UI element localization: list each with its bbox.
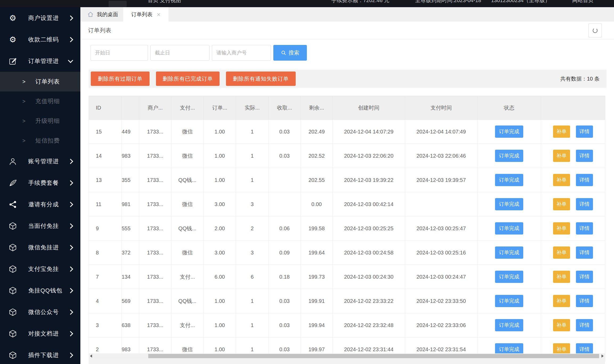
scrollbar-thumb[interactable] [148, 354, 599, 358]
cell-id: 8 [89, 241, 122, 265]
merchant-id-input[interactable] [212, 45, 271, 61]
sidebar-item-11[interactable]: 对接文档进 [0, 323, 80, 344]
topbar-nav[interactable]: 首页 支付视图 [148, 0, 181, 4]
cell-fee: 0.03 [269, 144, 301, 168]
order-detail-button[interactable]: 详情 [576, 295, 593, 307]
status-badge[interactable]: 订单完成 [495, 150, 523, 162]
order-detail-button[interactable]: 详情 [576, 150, 593, 162]
sidebar-item-3[interactable]: 账号管理进 [0, 150, 80, 172]
status-badge[interactable]: 订单完成 [495, 222, 523, 235]
cell-merchant: 1733... [139, 192, 171, 216]
cell-pay_type: 微信 [171, 144, 204, 168]
sidebar-item-10[interactable]: 微信公众号 [0, 301, 80, 323]
topbar-site-home-link[interactable]: 网站首页 [572, 0, 594, 4]
sidebar-item-label: 免挂QQ钱包 [28, 287, 69, 295]
cell-actions: 补单详情 [541, 192, 605, 216]
cell-order_amt: 6.00 [204, 265, 236, 289]
status-badge[interactable]: 订单完成 [495, 125, 523, 138]
status-badge[interactable]: 订单完成 [495, 271, 523, 283]
delete-completed-orders-button[interactable]: 删除所有已完成订单 [156, 72, 220, 86]
status-badge[interactable]: 订单完成 [495, 174, 523, 186]
cell-remain: 199.64 [301, 241, 333, 265]
tab-order-list[interactable]: 订单列表 × [123, 7, 168, 22]
cell-order_amt: 1.00 [204, 168, 236, 192]
reissue-order-button[interactable]: 补单 [553, 246, 570, 259]
cell-actions: 补单详情 [541, 216, 605, 241]
sidebar-item-label: 收款二维码 [28, 36, 69, 44]
order-detail-button[interactable]: 详情 [576, 246, 593, 259]
table-header-row: ID商户...支付...订单...实际...收取...剩余...创建时间支付时间… [89, 96, 605, 120]
column-header-5: 实际... [236, 96, 269, 120]
cell-fee: 0.18 [269, 265, 301, 289]
sidebar-item-4[interactable]: 手续费套餐 [0, 172, 80, 194]
order-detail-button[interactable]: 详情 [576, 319, 593, 331]
reissue-order-button[interactable]: 补单 [553, 198, 570, 210]
reissue-order-button[interactable]: 补单 [553, 174, 570, 186]
chevron-right-icon [68, 353, 73, 358]
cell-status: 订单完成 [477, 144, 541, 168]
search-button[interactable]: 搜索 [273, 45, 307, 61]
sidebar-subitem-2[interactable]: >升级明细 [0, 111, 80, 131]
topbar-account[interactable]: 13012300234（至尊版） [491, 0, 550, 4]
sidebar-item-0[interactable]: ⚙商户设置进 [0, 7, 80, 29]
scroll-left-arrow-icon[interactable] [90, 354, 92, 358]
order-detail-button[interactable]: 详情 [576, 125, 593, 138]
reissue-order-button[interactable]: 补单 [553, 125, 570, 138]
page-title: 订单列表 [88, 27, 112, 34]
tab-my-desktop[interactable]: 我的桌面 [85, 7, 121, 22]
order-detail-button[interactable]: 详情 [576, 174, 593, 186]
status-badge[interactable]: 订单完成 [495, 319, 523, 331]
reissue-order-button[interactable]: 补单 [553, 222, 570, 235]
cell-created: 2024-12-02 23:32:48 [333, 313, 405, 337]
horizontal-scrollbar[interactable] [89, 353, 605, 359]
cube-icon [8, 221, 18, 231]
sidebar-item-6[interactable]: 当面付免挂 [0, 215, 80, 237]
sidebar-subitem-0[interactable]: >订单列表 [0, 72, 80, 91]
order-detail-button[interactable]: 详情 [576, 222, 593, 235]
reissue-order-button[interactable]: 补单 [553, 295, 570, 307]
chevron-down-icon [68, 58, 73, 63]
sidebar-item-12[interactable]: 插件下载进 [0, 344, 80, 364]
sidebar-item-1[interactable]: ⚙收款二维码 [0, 29, 80, 50]
table-row: 45691733...QQ钱...1.0010.03199.912024-12-… [89, 289, 605, 313]
reissue-order-button[interactable]: 补单 [553, 150, 570, 162]
sidebar-item-8[interactable]: 支付宝免挂 [0, 258, 80, 280]
column-header-10: 状态 [477, 96, 541, 120]
cell-actions: 补单详情 [541, 144, 605, 168]
delete-notify-failed-orders-button[interactable]: 删除所有通知失败订单 [226, 72, 296, 86]
status-badge[interactable]: 订单完成 [495, 295, 523, 307]
cell-remain: 199.73 [301, 265, 333, 289]
order-detail-button[interactable]: 详情 [576, 198, 593, 210]
order-detail-button[interactable]: 详情 [576, 271, 593, 283]
cell-order_tail: 983 [122, 144, 139, 168]
sidebar-item-7[interactable]: 微信免挂进 [0, 237, 80, 258]
refresh-button[interactable] [588, 23, 602, 37]
cell-remain: 199.58 [301, 216, 333, 241]
delete-expired-orders-button[interactable]: 删除所有过期订单 [91, 72, 150, 86]
reissue-order-button[interactable]: 补单 [553, 319, 570, 331]
gear-icon: ⚙ [8, 13, 18, 23]
sidebar-item-2[interactable]: 订单管理进 [0, 50, 80, 72]
sidebar-item-9[interactable]: 免挂QQ钱包 [0, 280, 80, 301]
status-badge[interactable]: 订单完成 [495, 198, 523, 210]
start-date-input[interactable] [90, 45, 148, 61]
cell-status: 订单完成 [477, 192, 541, 216]
sidebar-item-label: 手续费套餐 [28, 179, 69, 187]
close-icon[interactable]: × [157, 11, 160, 18]
sidebar-item-label: 邀请有分成 [28, 200, 69, 208]
chevron-right-icon [68, 245, 73, 250]
sidebar-subitem-1[interactable]: >充值明细 [0, 91, 80, 111]
cell-merchant: 1733... [139, 168, 171, 192]
table-row: 149831733...微信1.0010.03202.522024-12-03 … [89, 144, 605, 168]
sidebar-subitem-3[interactable]: >短信扣费 [0, 131, 80, 150]
search-icon [281, 50, 286, 56]
cell-order_tail: 555 [122, 216, 139, 241]
scroll-right-arrow-icon[interactable] [601, 354, 604, 358]
cell-created: 2024-12-03 00:42:14 [333, 192, 405, 216]
reissue-order-button[interactable]: 补单 [553, 271, 570, 283]
status-badge[interactable]: 订单完成 [495, 246, 523, 259]
cell-merchant: 1733... [139, 265, 171, 289]
end-date-input[interactable] [150, 45, 209, 61]
sidebar-item-5[interactable]: 邀请有分成 [0, 194, 80, 215]
topbar-collapse-button[interactable] [109, 1, 127, 7]
